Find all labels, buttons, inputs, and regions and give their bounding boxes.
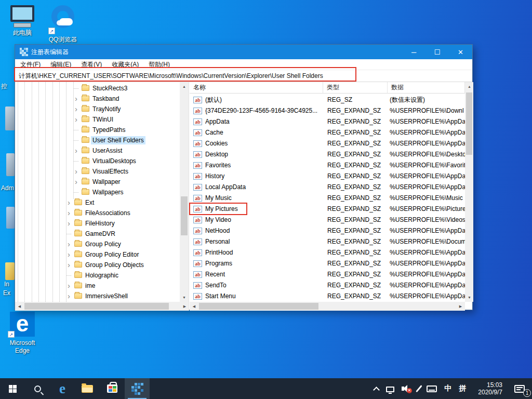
tree-item-label[interactable]: TWinUI (91, 115, 115, 124)
tree-item-ime[interactable]: ›ime (15, 281, 179, 291)
value-row-programs[interactable]: abProgramsREG_EXPAND_SZ%USERPROFILE%\App… (190, 258, 465, 269)
expand-chevron-icon[interactable]: › (75, 115, 77, 124)
close-button[interactable]: ✕ (449, 45, 472, 59)
value-row-my-video[interactable]: abMy VideoREG_EXPAND_SZ%USERPROFILE%\Vid… (190, 215, 465, 225)
tree-item-immersiveshell[interactable]: ›ImmersiveShell (15, 291, 179, 301)
menu-item-0[interactable]: 文件(F) (20, 60, 41, 69)
tree-item-label[interactable]: ImmersiveShell (84, 292, 129, 300)
values-vscrollbar[interactable]: ▲ ▼ (465, 82, 473, 302)
tree-item-traynotify[interactable]: ›TrayNotify (15, 104, 179, 114)
expand-chevron-icon[interactable]: › (68, 208, 70, 217)
tree-item-label[interactable]: StuckRects3 (91, 84, 129, 92)
registry-tree-pane[interactable]: StuckRects3›Taskband›TrayNotify›TWinUITy… (15, 82, 189, 311)
scroll-right-icon[interactable]: ▶ (180, 302, 189, 311)
tray-pen-button[interactable] (415, 378, 423, 399)
scroll-up-icon[interactable]: ▲ (465, 82, 473, 91)
value-row-cache[interactable]: abCacheREG_EXPAND_SZ%USERPROFILE%\AppDa (190, 127, 465, 138)
tree-item-wallpapers[interactable]: Wallpapers (15, 187, 179, 197)
value-row-favorites[interactable]: abFavoritesREG_EXPAND_SZ%USERPROFILE%\Fa… (190, 160, 465, 171)
scroll-left-icon[interactable]: ◀ (190, 302, 198, 311)
tree-item-label[interactable]: Ext (84, 198, 96, 207)
tree-item-label[interactable]: Wallpaper (91, 178, 122, 186)
expand-chevron-icon[interactable]: › (68, 281, 70, 290)
value-row-sendto[interactable]: abSendToREG_EXPAND_SZ%USERPROFILE%\AppDa (190, 280, 465, 291)
desktop-icon-qq-browser[interactable]: ↗ QQ浏览器 (44, 3, 82, 44)
scroll-down-icon[interactable]: ▼ (465, 293, 473, 302)
tray-touch-keyboard-button[interactable] (423, 378, 441, 399)
tree-item-filehistory[interactable]: ›FileHistory (15, 218, 179, 229)
value-row-cookies[interactable]: abCookiesREG_EXPAND_SZ%USERPROFILE%\AppD… (190, 138, 465, 149)
tree-item-label[interactable]: UserAssist (91, 147, 124, 155)
tree-item-user-shell-folders[interactable]: User Shell Folders (15, 135, 179, 145)
tree-item-typedpaths[interactable]: TypedPaths (15, 125, 179, 135)
tray-volume-button[interactable]: ✕ (398, 378, 415, 399)
maximize-button[interactable]: ☐ (425, 45, 449, 59)
tree-vscrollbar[interactable]: ▲ ▼ (180, 82, 189, 302)
menu-item-1[interactable]: 编辑(E) (50, 60, 71, 69)
column-header-data[interactable]: 数据 (388, 82, 465, 94)
menu-item-2[interactable]: 查看(V) (81, 60, 102, 69)
tree-hscrollbar[interactable]: ◀ ▶ (15, 302, 189, 311)
start-button[interactable] (0, 378, 25, 399)
tree-item-label[interactable]: VirtualDesktops (91, 157, 138, 165)
value-row-desktop[interactable]: abDesktopREG_EXPAND_SZ%USERPROFILE%\Desk… (190, 149, 465, 160)
tree-hscroll-thumb[interactable] (24, 303, 169, 310)
tree-item-stuckrects3[interactable]: StuckRects3 (15, 83, 179, 94)
expand-chevron-icon[interactable]: › (68, 219, 70, 228)
tray-expand-button[interactable] (370, 378, 382, 399)
expand-chevron-icon[interactable]: › (75, 94, 77, 103)
tree-item-label[interactable]: Holographic (84, 271, 120, 280)
expand-chevron-icon[interactable]: › (75, 104, 77, 113)
value-row-nethood[interactable]: abNetHoodREG_EXPAND_SZ%USERPROFILE%\AppD… (190, 225, 465, 236)
column-header-name[interactable]: 名称 (190, 82, 323, 94)
registry-values-pane[interactable]: 名称 类型 数据 ab(默认)REG_SZ(数值未设置)ab{374DE290-… (190, 82, 473, 311)
tree-item-label[interactable]: TypedPaths (91, 126, 127, 134)
tray-network-button[interactable] (382, 378, 398, 399)
value-row-printhood[interactable]: abPrintHoodREG_EXPAND_SZ%USERPROFILE%\Ap… (190, 247, 465, 258)
tree-item-twinui[interactable]: ›TWinUI (15, 114, 179, 125)
expand-chevron-icon[interactable]: › (68, 240, 70, 248)
tree-item-taskband[interactable]: ›Taskband (15, 94, 179, 104)
menu-item-3[interactable]: 收藏夹(A) (112, 60, 139, 69)
tree-item-label[interactable]: User Shell Folders (91, 136, 145, 144)
value-row-my-music[interactable]: abMy MusicREG_EXPAND_SZ%USERPROFILE%\Mus… (190, 193, 465, 204)
tree-item-userassist[interactable]: ›UserAssist (15, 145, 179, 156)
expand-chevron-icon[interactable]: › (68, 291, 70, 300)
scroll-left-icon[interactable]: ◀ (15, 302, 24, 311)
expand-chevron-icon[interactable]: › (75, 177, 77, 186)
value-row-personal[interactable]: abPersonalREG_EXPAND_SZ%USERPROFILE%\Doc… (190, 236, 465, 247)
desktop-icon-this-pc[interactable]: 此电脑 (3, 4, 42, 37)
values-hscroll-thumb[interactable] (199, 303, 318, 310)
value-row-start-menu[interactable]: abStart MenuREG_EXPAND_SZ%USERPROFILE%\A… (190, 291, 465, 302)
ime-language-button[interactable]: 中 (441, 378, 455, 399)
desktop-icon-edge[interactable]: e ↗ Microsoft Edge (3, 312, 42, 355)
value-row-recent[interactable]: abRecentREG_EXPAND_SZ%USERPROFILE%\AppDa (190, 269, 465, 280)
tree-item-label[interactable]: Group Policy Objects (84, 261, 145, 269)
value-row-local-appdata[interactable]: abLocal AppDataREG_EXPAND_SZ%USERPROFILE… (190, 182, 465, 193)
tree-item-group-policy[interactable]: ›Group Policy (15, 239, 179, 249)
value-row--[interactable]: ab(默认)REG_SZ(数值未设置) (190, 95, 465, 105)
tree-item-label[interactable]: Wallpapers (91, 188, 125, 196)
tree-item-label[interactable]: Taskband (91, 95, 121, 103)
tree-item-group-policy-editor[interactable]: ›Group Policy Editor (15, 249, 179, 260)
tree-item-label[interactable]: FileHistory (84, 219, 116, 228)
address-bar[interactable]: 计算机\HKEY_CURRENT_USER\SOFTWARE\Microsoft… (15, 70, 472, 82)
tree-item-gamedvr[interactable]: GameDVR (15, 229, 179, 239)
scroll-down-icon[interactable]: ▼ (180, 293, 189, 302)
scroll-right-icon[interactable]: ▶ (456, 302, 465, 311)
tree-item-fileassociations[interactable]: ›FileAssociations (15, 208, 179, 218)
values-vscroll-thumb[interactable] (466, 92, 472, 155)
tree-item-group-policy-objects[interactable]: ›Group Policy Objects (15, 260, 179, 270)
values-hscrollbar[interactable]: ◀ ▶ (190, 302, 465, 311)
column-header-type[interactable]: 类型 (323, 82, 388, 94)
tree-item-visualeffects[interactable]: ›VisualEffects (15, 166, 179, 177)
value-row-appdata[interactable]: abAppDataREG_EXPAND_SZ%USERPROFILE%\AppD… (190, 116, 465, 127)
tree-item-label[interactable]: TrayNotify (91, 105, 122, 113)
tree-item-virtualdesktops[interactable]: VirtualDesktops (15, 156, 179, 166)
expand-chevron-icon[interactable]: › (75, 146, 77, 155)
tree-item-wallpaper[interactable]: ›Wallpaper (15, 177, 179, 187)
menu-item-4[interactable]: 帮助(H) (149, 60, 170, 69)
taskbar-clock[interactable]: 15:03 2020/9/7 (470, 378, 511, 399)
title-bar[interactable]: 注册表编辑器 ─ ☐ ✕ (15, 45, 472, 59)
taskbar-store-button[interactable] (100, 378, 125, 399)
